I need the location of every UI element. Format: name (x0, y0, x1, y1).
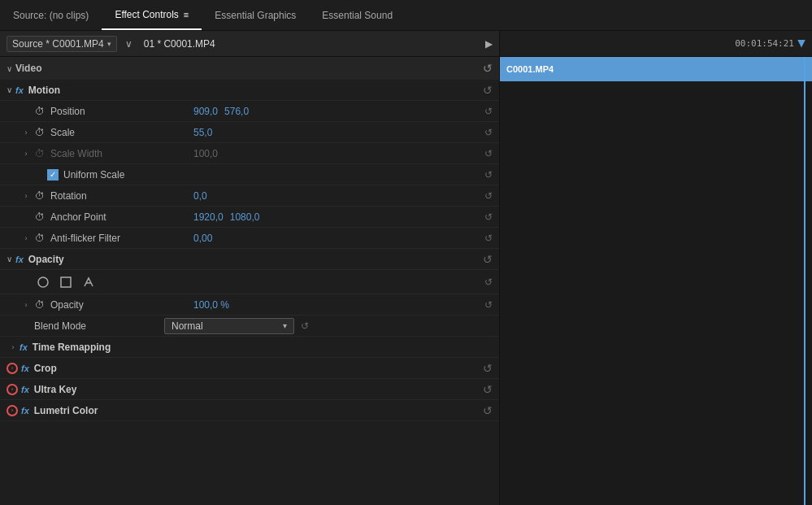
uniform-scale-label: Uniform Scale (63, 169, 124, 181)
scale-reset[interactable]: ↺ (484, 127, 493, 138)
position-values: 909,0 576,0 (193, 106, 484, 117)
tab-essential-sound[interactable]: Essential Sound (309, 0, 406, 30)
opacity-expand[interactable]: › (20, 301, 33, 309)
tab-effect-controls[interactable]: Effect Controls ≡ (102, 0, 202, 30)
video-section-title: Video (15, 63, 41, 74)
opacity-tools-reset[interactable]: ↺ (484, 276, 493, 288)
main-layout: Source * C0001.MP4 ▾ ∨ 01 * C0001.MP4 ▶ … (0, 31, 812, 505)
anti-flicker-row: › ⏱ Anti-flicker Filter 0,00 ↺ (0, 228, 499, 249)
effects-container: ∨ Video ↺ ∨ fx Motion ↺ ⏱ Position 909,0 (0, 57, 499, 505)
blend-mode-value: Normal (172, 320, 203, 332)
scale-row: › ⏱ Scale 55,0 ↺ (0, 122, 499, 143)
left-panel: Source * C0001.MP4 ▾ ∨ 01 * C0001.MP4 ▶ … (0, 31, 500, 505)
forward-button[interactable]: ▶ (485, 38, 493, 50)
scale-stopwatch[interactable]: ⏱ (33, 127, 47, 138)
scale-value[interactable]: 55,0 (193, 127, 212, 138)
video-collapse-arrow[interactable]: ∨ (7, 64, 12, 73)
crop-indicator[interactable]: › (7, 363, 18, 374)
position-x[interactable]: 909,0 (193, 106, 218, 117)
scale-width-label: Scale Width (47, 148, 193, 159)
position-stopwatch[interactable]: ⏱ (33, 106, 47, 117)
anti-flicker-expand[interactable]: › (20, 234, 33, 242)
time-remap-name: Time Remapping (33, 342, 111, 353)
tab-bar: Source: (no clips) Effect Controls ≡ Ess… (0, 0, 812, 31)
ultra-key-effect-name: Ultra Key (34, 384, 77, 395)
scale-width-reset[interactable]: ↺ (484, 148, 493, 159)
rotation-expand[interactable]: › (20, 192, 33, 200)
uniform-scale-reset[interactable]: ↺ (484, 169, 493, 181)
blend-mode-row: Blend Mode Normal ▾ ↺ (0, 316, 499, 337)
position-y[interactable]: 576,0 (224, 106, 249, 117)
scale-width-row: › ⏱ Scale Width 100,0 ↺ (0, 143, 499, 164)
rotation-reset[interactable]: ↺ (484, 190, 493, 202)
video-section-header: ∨ Video ↺ (0, 57, 499, 80)
scale-width-expand[interactable]: › (20, 150, 33, 158)
anchor-point-x[interactable]: 1920,0 (193, 211, 224, 223)
rotation-value[interactable]: 0,0 (193, 190, 207, 202)
opacity-effect-name: Opacity (28, 254, 64, 265)
crop-fx-badge: fx (21, 364, 29, 373)
ultra-key-fx-badge: fx (21, 385, 29, 394)
opacity-value[interactable]: 100,0 % (193, 299, 229, 311)
scale-label: Scale (47, 127, 193, 138)
anti-flicker-value[interactable]: 0,00 (193, 233, 212, 244)
blend-dropdown-arrow: ▾ (283, 321, 287, 330)
source-dropdown[interactable]: Source * C0001.MP4 ▾ (7, 36, 117, 52)
opacity-stopwatch[interactable]: ⏱ (33, 299, 47, 311)
opacity-value-reset[interactable]: ↺ (484, 299, 493, 311)
opacity-reset-btn[interactable]: ↺ (483, 253, 493, 266)
lumetri-color-reset-btn[interactable]: ↺ (483, 404, 493, 417)
blend-mode-reset[interactable]: ↺ (301, 320, 309, 332)
timecode-cursor (797, 40, 805, 48)
playhead (804, 57, 805, 81)
crop-reset-btn[interactable]: ↺ (483, 362, 493, 375)
scale-values: 55,0 (193, 127, 484, 138)
clip-name: 01 * C0001.MP4 (144, 38, 215, 50)
lumetri-color-indicator[interactable]: › (7, 405, 18, 416)
lumetri-color-group-header: › fx Lumetri Color ↺ (0, 400, 499, 421)
anchor-point-stopwatch[interactable]: ⏱ (33, 211, 47, 223)
blend-mode-label: Blend Mode (34, 320, 164, 332)
separator: ∨ (125, 38, 132, 50)
rotation-stopwatch[interactable]: ⏱ (33, 190, 47, 202)
anchor-point-y[interactable]: 1080,0 (230, 211, 260, 223)
video-reset-icon[interactable]: ↺ (483, 62, 493, 75)
motion-collapse-arrow[interactable]: ∨ (7, 85, 12, 94)
source-bar: Source * C0001.MP4 ▾ ∨ 01 * C0001.MP4 ▶ (0, 31, 499, 57)
tab-essential-graphics[interactable]: Essential Graphics (202, 0, 309, 30)
anchor-point-label: Anchor Point (47, 211, 193, 223)
opacity-value-row: › ⏱ Opacity 100,0 % ↺ (0, 294, 499, 316)
tab-source[interactable]: Source: (no clips) (0, 0, 102, 30)
clip-bar-label: C0001.MP4 (506, 64, 554, 74)
ultra-key-indicator[interactable]: › (7, 384, 18, 395)
motion-group-header: ∨ fx Motion ↺ (0, 80, 499, 101)
anchor-point-reset[interactable]: ↺ (484, 211, 493, 223)
blend-mode-dropdown[interactable]: Normal ▾ (164, 318, 294, 334)
source-label: Source * C0001.MP4 (12, 38, 104, 50)
position-reset[interactable]: ↺ (484, 106, 493, 117)
rotation-values: 0,0 (193, 190, 484, 202)
timeline-header: 00:01:54:21 (500, 31, 812, 57)
time-remap-expand[interactable]: › (7, 343, 20, 351)
opacity-label: Opacity (47, 299, 193, 311)
ellipse-mask-tool[interactable] (34, 273, 52, 291)
anti-flicker-reset[interactable]: ↺ (484, 233, 493, 244)
motion-reset-btn[interactable]: ↺ (483, 84, 493, 97)
timeline-playhead (804, 81, 805, 505)
pen-mask-tool[interactable] (80, 273, 98, 291)
scale-width-values: 100,0 (193, 148, 484, 159)
ultra-key-reset-btn[interactable]: ↺ (483, 383, 493, 396)
anti-flicker-values: 0,00 (193, 233, 484, 244)
rectangle-mask-tool[interactable] (57, 273, 75, 291)
uniform-scale-checkbox[interactable]: ✓ (47, 169, 59, 181)
time-remapping-row: › fx Time Remapping (0, 337, 499, 358)
opacity-values: 100,0 % (193, 299, 484, 311)
tab-menu-icon[interactable]: ≡ (184, 10, 189, 20)
crop-group-header: › fx Crop ↺ (0, 358, 499, 379)
anti-flicker-stopwatch[interactable]: ⏱ (33, 233, 47, 244)
opacity-collapse-arrow[interactable]: ∨ (7, 255, 12, 263)
rotation-label: Rotation (47, 190, 193, 202)
svg-rect-1 (61, 277, 71, 287)
scale-expand[interactable]: › (20, 128, 33, 137)
anchor-point-values: 1920,0 1080,0 (193, 211, 484, 223)
